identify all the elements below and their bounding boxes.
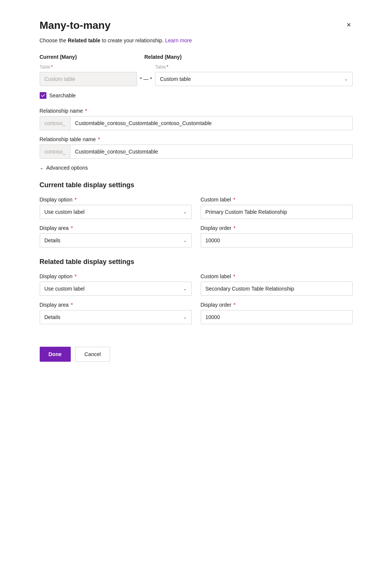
- current-display-area-field: Display area * Details ⌄: [40, 225, 192, 248]
- chevron-down-icon: ⌄: [344, 76, 348, 82]
- current-display-grid: Display option * Use custom label ⌄ Cust…: [40, 197, 353, 248]
- chevron-down-icon: ⌄: [183, 209, 187, 215]
- related-display-area-field: Display area * Details ⌄: [40, 302, 192, 324]
- current-display-option-select[interactable]: Use custom label ⌄: [40, 205, 192, 219]
- searchable-row: Searchable: [40, 92, 353, 99]
- current-display-order-field: Display order * 10000: [201, 225, 353, 248]
- dialog-header: Many-to-many ×: [40, 19, 353, 31]
- current-column-label: Current (Many): [40, 54, 145, 60]
- chevron-down-icon: ⌄: [183, 286, 187, 291]
- related-display-order-label: Display order *: [201, 302, 353, 308]
- relationship-name-input[interactable]: contoso_ Customtable_contoso_Customtable…: [40, 116, 353, 130]
- relationship-name-field: Relationship name * contoso_ Customtable…: [40, 108, 353, 130]
- relationship-table-name-field: Relationship table name * contoso_ Custo…: [40, 136, 353, 159]
- related-column-header: Related (Many): [145, 54, 353, 63]
- related-display-option-select[interactable]: Use custom label ⌄: [40, 282, 192, 296]
- relationship-name-label: Relationship name *: [40, 108, 353, 114]
- dialog-subtitle: Choose the Related table to create your …: [40, 37, 353, 43]
- current-display-option-label: Display option *: [40, 197, 192, 203]
- advanced-options-toggle[interactable]: ⌄ Advanced options: [40, 165, 353, 171]
- close-button[interactable]: ×: [345, 19, 353, 30]
- related-column-label: Related (Many): [145, 54, 353, 60]
- cancel-button[interactable]: Cancel: [75, 347, 110, 362]
- current-table-display-title: Current table display settings: [40, 181, 353, 189]
- related-custom-label-label: Custom label *: [201, 273, 353, 279]
- related-custom-label-input[interactable]: Secondary Custom Table Relationship: [201, 282, 353, 296]
- current-display-order-input[interactable]: 10000: [201, 233, 353, 248]
- advanced-options-label: Advanced options: [46, 165, 88, 171]
- table-column-headers: Current (Many) Related (Many): [40, 54, 353, 63]
- current-custom-label-input[interactable]: Primary Custom Table Relationship: [201, 205, 353, 219]
- many-to-many-dialog: Many-to-many × Choose the Related table …: [28, 7, 365, 377]
- related-table-display-title: Related table display settings: [40, 258, 353, 266]
- chevron-down-icon: ⌄: [40, 165, 43, 170]
- chevron-down-icon: ⌄: [183, 238, 187, 243]
- related-table-label: Table*: [155, 64, 352, 70]
- related-display-area-select[interactable]: Details ⌄: [40, 310, 192, 324]
- related-display-area-label: Display area *: [40, 302, 192, 308]
- related-display-option-field: Display option * Use custom label ⌄: [40, 273, 192, 296]
- current-display-area-select[interactable]: Details ⌄: [40, 233, 192, 248]
- related-display-order-input[interactable]: 10000: [201, 310, 353, 324]
- related-display-order-field: Display order * 10000: [201, 302, 353, 324]
- done-button[interactable]: Done: [40, 347, 71, 362]
- related-display-option-label: Display option *: [40, 273, 192, 279]
- current-custom-label-label: Custom label *: [201, 197, 353, 203]
- table-input-row: Table* Custom table * — * Table* Custom …: [40, 64, 353, 86]
- current-table-display-section: Current table display settings Display o…: [40, 181, 353, 248]
- related-display-grid: Display option * Use custom label ⌄ Cust…: [40, 273, 353, 324]
- current-column-header: Current (Many): [40, 54, 145, 63]
- relationship-table-name-label: Relationship table name *: [40, 136, 353, 142]
- relationship-table-name-prefix: contoso_: [40, 145, 71, 158]
- current-display-option-field: Display option * Use custom label ⌄: [40, 197, 192, 219]
- current-table-label: Table*: [40, 64, 137, 70]
- current-table-input: Custom table: [40, 72, 137, 86]
- related-custom-label-field: Custom label * Secondary Custom Table Re…: [201, 273, 353, 296]
- connector-symbol: * — *: [137, 69, 155, 82]
- current-display-order-label: Display order *: [201, 225, 353, 231]
- subtitle-after: to create your relationship.: [100, 37, 165, 43]
- chevron-down-icon: ⌄: [183, 315, 187, 320]
- related-table-select[interactable]: Custom table ⌄: [155, 72, 352, 86]
- current-table-field: Table* Custom table: [40, 64, 137, 86]
- related-table-display-section: Related table display settings Display o…: [40, 258, 353, 324]
- searchable-label: Searchable: [49, 92, 76, 98]
- relationship-table-name-value[interactable]: Customtable_contoso_Customtable: [70, 145, 352, 158]
- dialog-footer: Done Cancel: [40, 339, 353, 362]
- relationship-name-prefix: contoso_: [40, 116, 71, 130]
- subtitle-text: Choose the: [40, 37, 68, 43]
- current-display-area-label: Display area *: [40, 225, 192, 231]
- dialog-title: Many-to-many: [40, 19, 111, 31]
- current-custom-label-field: Custom label * Primary Custom Table Rela…: [201, 197, 353, 219]
- searchable-checkbox[interactable]: [40, 92, 46, 99]
- relationship-name-value[interactable]: Customtable_contoso_Customtable_contoso_…: [70, 116, 352, 130]
- related-table-field: Table* Custom table ⌄: [155, 64, 352, 86]
- subtitle-bold: Related table: [68, 37, 100, 43]
- learn-more-link[interactable]: Learn more: [165, 37, 192, 43]
- relationship-table-name-input[interactable]: contoso_ Customtable_contoso_Customtable: [40, 145, 353, 159]
